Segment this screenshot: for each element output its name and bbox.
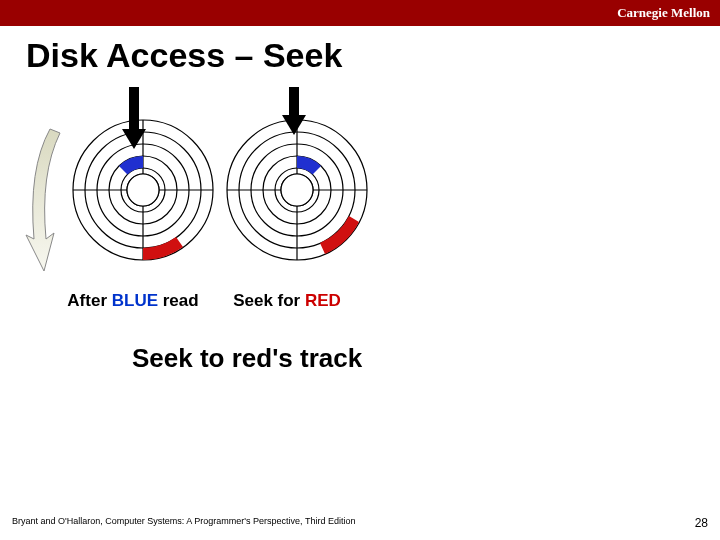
footer-credit: Bryant and O'Hallaron, Computer Systems:… bbox=[12, 516, 355, 530]
subtitle: Seek to red's track bbox=[132, 343, 720, 374]
diagram-area: After BLUE read Seek for RED bbox=[0, 75, 720, 335]
caption-right-color: RED bbox=[305, 291, 341, 310]
caption-left: After BLUE read bbox=[58, 291, 208, 311]
caption-right: Seek for RED bbox=[212, 291, 362, 311]
svg-marker-21 bbox=[282, 115, 306, 135]
svg-marker-19 bbox=[122, 129, 146, 149]
svg-rect-18 bbox=[129, 87, 139, 129]
org-name: Carnegie Mellon bbox=[617, 5, 710, 21]
page-number: 28 bbox=[695, 516, 708, 530]
svg-rect-20 bbox=[289, 87, 299, 115]
svg-point-8 bbox=[127, 174, 159, 206]
caption-left-suffix: read bbox=[158, 291, 199, 310]
disk-head-arrow-icon bbox=[282, 87, 306, 187]
header-banner: Carnegie Mellon bbox=[0, 0, 720, 26]
caption-left-color: BLUE bbox=[112, 291, 158, 310]
footer: Bryant and O'Hallaron, Computer Systems:… bbox=[0, 516, 720, 530]
caption-left-prefix: After bbox=[67, 291, 111, 310]
rotation-arrow-icon bbox=[24, 119, 70, 289]
slide-title: Disk Access – Seek bbox=[26, 36, 720, 75]
caption-right-prefix: Seek for bbox=[233, 291, 305, 310]
disk-head-arrow-icon bbox=[122, 87, 146, 151]
